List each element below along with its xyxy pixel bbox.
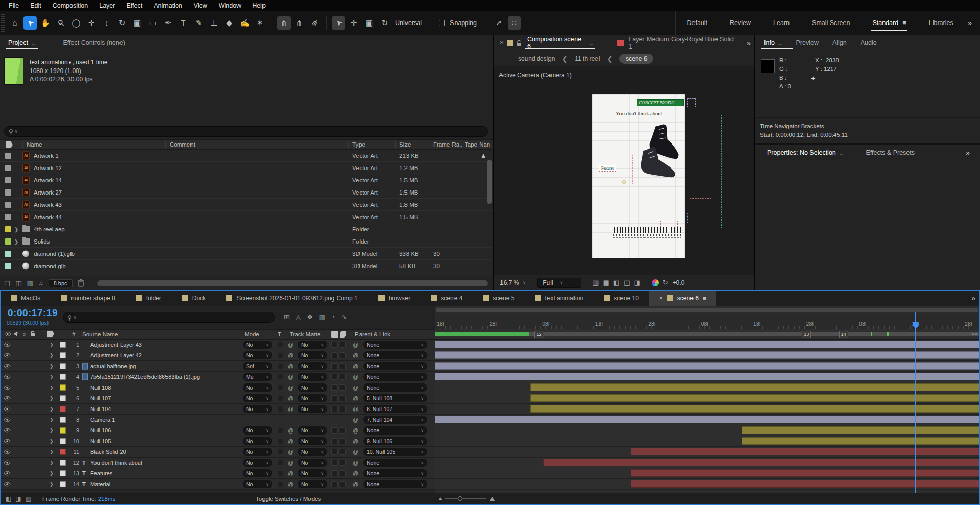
matte-alpha-toggle[interactable] [331, 449, 338, 455]
layer-source-name[interactable]: 7b5fa151219f73421cdf5def86583fba (1).jpg [90, 374, 200, 380]
playhead[interactable] [915, 312, 916, 493]
composition-marker[interactable]: 14 [839, 331, 848, 338]
eye-column-icon[interactable] [4, 332, 11, 336]
snap-line-icon[interactable]: ↗ [492, 16, 506, 30]
panel-menu-icon[interactable]: ≡ [590, 39, 594, 47]
item-name[interactable]: Artwork 44 [34, 214, 62, 220]
matte-pickwhip-icon[interactable]: @ [288, 374, 293, 380]
tool-icon[interactable]: ⌂ [8, 16, 21, 30]
project-row[interactable]: ❯ Solids Folder [0, 235, 493, 248]
column-type[interactable]: Type [352, 141, 365, 148]
preserve-transparency-toggle[interactable] [278, 428, 283, 433]
column-number[interactable]: # [72, 331, 75, 338]
expand-transfer-controls-icon[interactable]: ◨ [15, 495, 21, 502]
matte-pickwhip-icon[interactable]: @ [288, 438, 293, 444]
layer-duration-row[interactable] [435, 382, 979, 393]
tool-icon[interactable]: ✛ [85, 16, 98, 30]
gizmo-select-icon[interactable]: ➤ [332, 16, 345, 30]
preserve-transparency-toggle[interactable] [278, 439, 283, 444]
layer-duration-row[interactable] [435, 479, 979, 490]
breadcrumb-mid[interactable]: 11 th reel [575, 55, 600, 62]
gizmo-universal-label[interactable]: Universal [395, 19, 422, 27]
viewer-tab-overflow-icon[interactable]: » [744, 39, 754, 47]
timeline-comp-tab[interactable]: Dock [172, 291, 216, 306]
layer-source-name[interactable]: Adjustment Layer 43 [90, 342, 142, 348]
layer-expand-chevron-icon[interactable]: ❯ [50, 449, 54, 454]
layer-source-name[interactable]: Features [90, 470, 112, 476]
item-name[interactable]: Solids [34, 238, 50, 245]
workspace-tab[interactable]: Standard ≡ [861, 11, 917, 35]
layer-visibility-eye-icon[interactable] [4, 386, 11, 390]
magnification-dropdown-icon[interactable]: ∨ [523, 280, 526, 285]
layer-source-name[interactable]: Null 104 [90, 406, 111, 412]
blend-mode-dropdown[interactable]: No∨ [243, 480, 272, 488]
layer-visibility-eye-icon[interactable] [4, 353, 11, 358]
audio-column-icon[interactable] [13, 331, 19, 337]
layer-duration-row[interactable] [435, 340, 979, 350]
layer-label-swatch[interactable] [60, 449, 66, 455]
layer-source-name[interactable]: Null 105 [90, 438, 111, 444]
layer-duration-bar[interactable] [631, 469, 979, 477]
panel-overflow-icon[interactable]: » [966, 149, 970, 157]
preserve-transparency-toggle[interactable] [278, 364, 283, 369]
blend-mode-dropdown[interactable]: No∨ [243, 448, 272, 456]
toggle-switches-modes-button[interactable]: Toggle Switches / Modes [256, 496, 321, 502]
timeline-graph-area[interactable]: 18f28f08f18f28f08f18f28f08f18f28f 121314… [435, 306, 979, 493]
panel-menu-icon[interactable]: ≡ [840, 149, 844, 157]
layer-label-swatch[interactable] [60, 481, 66, 487]
menu-item[interactable]: Window [213, 2, 247, 9]
matte-pickwhip-icon[interactable]: @ [288, 481, 293, 487]
matte-pickwhip-icon[interactable]: @ [288, 395, 293, 401]
item-thumbnail[interactable] [4, 57, 23, 85]
column-parent-link[interactable]: Parent & Link [355, 331, 390, 338]
timeline-comp-tab[interactable]: scene 10 [593, 291, 649, 306]
preserve-transparency-toggle[interactable] [278, 406, 283, 412]
label-color-swatch[interactable] [5, 263, 11, 269]
resolution-dropdown[interactable]: Full∨ [537, 278, 581, 288]
track-matte-dropdown[interactable]: No∨ [298, 469, 327, 477]
matte-pickwhip-icon[interactable]: @ [288, 342, 293, 348]
fast-previews-icon[interactable]: ▥ [592, 279, 599, 286]
workspace-tab[interactable]: Default [676, 11, 719, 35]
layer-label-swatch[interactable] [60, 460, 66, 466]
zoom-knob[interactable] [458, 496, 462, 501]
project-search-input[interactable]: ⚲ ∨ [4, 126, 488, 137]
matte-invert-toggle[interactable] [340, 427, 346, 434]
blend-mode-dropdown[interactable]: No∨ [243, 383, 272, 392]
parent-link-dropdown[interactable]: None∨ [363, 480, 427, 488]
layer-source-name[interactable]: Adjustment Layer 42 [90, 352, 142, 358]
tool-icon[interactable]: ◆ [223, 16, 236, 30]
matte-pickwhip-icon[interactable]: @ [288, 406, 293, 412]
layer-duration-bar[interactable] [543, 459, 979, 466]
matte-invert-toggle[interactable] [340, 481, 346, 487]
preserve-transparency-toggle[interactable] [278, 396, 283, 401]
render-quality-icon[interactable]: ♫ [38, 279, 43, 287]
layer-duration-bar[interactable] [530, 383, 979, 391]
matte-alpha-toggle[interactable] [331, 481, 338, 487]
layer-source-name[interactable]: Material [90, 481, 110, 487]
mini-flowchart-icon[interactable]: ⊞ [284, 313, 290, 321]
gizmo-position-icon[interactable]: ✛ [347, 16, 361, 30]
workspace-overflow-icon[interactable]: » [965, 18, 975, 27]
layer-duration-bar[interactable] [435, 362, 979, 370]
blend-mode-dropdown[interactable]: No∨ [243, 405, 272, 413]
matte-pickwhip-icon[interactable]: @ [288, 427, 293, 434]
layer-duration-row[interactable] [435, 361, 979, 372]
matte-alpha-toggle[interactable] [331, 384, 338, 391]
layer-duration-bar[interactable] [631, 480, 979, 488]
layer-duration-bar[interactable] [742, 426, 979, 434]
expand-chevron-icon[interactable]: ❯ [14, 226, 18, 232]
layer-row[interactable]: ❯ 13 T Features No∨ @ No∨ @ [1, 468, 435, 479]
matte-invert-toggle[interactable] [340, 460, 346, 466]
matte-invert-toggle[interactable] [340, 449, 346, 455]
matte-alpha-toggle[interactable] [331, 342, 338, 348]
preserve-transparency-toggle[interactable] [278, 471, 283, 476]
panel-menu-icon[interactable]: ≡ [703, 295, 707, 302]
interpret-footage-icon[interactable]: ▤ [4, 279, 10, 287]
item-name[interactable]: Artwork 12 [34, 165, 62, 171]
track-matte-dropdown[interactable]: No∨ [298, 351, 327, 359]
item-title[interactable]: text animation▼, used 1 time [30, 58, 107, 67]
transparency-grid-icon[interactable]: ▦ [603, 279, 609, 286]
workspace-tab[interactable]: Small Screen [801, 11, 861, 35]
layer-duration-row[interactable] [435, 436, 979, 447]
